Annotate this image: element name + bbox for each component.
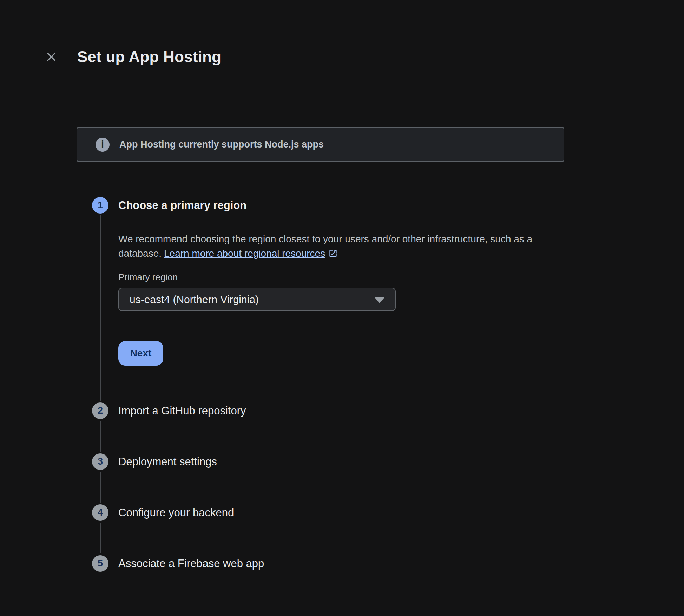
step-connector	[100, 472, 101, 503]
step-2-label: Import a GitHub repository	[118, 402, 684, 419]
step-4-rail: 4	[92, 504, 108, 555]
step-2-circle: 2	[92, 402, 108, 419]
dialog-header: Set up App Hosting	[0, 0, 684, 67]
step-1-circle: 1	[92, 197, 108, 214]
step-4-circle: 4	[92, 504, 108, 521]
step-connector	[100, 215, 101, 401]
step-1-label: Choose a primary region	[118, 197, 684, 214]
primary-region-label: Primary region	[118, 272, 684, 282]
step-3-deployment-settings: 3 Deployment settings	[92, 453, 684, 504]
step-5-rail: 5	[92, 555, 108, 572]
step-3-rail: 3	[92, 453, 108, 504]
page-title: Set up App Hosting	[77, 46, 221, 67]
step-4-label: Configure your backend	[118, 504, 684, 521]
info-icon	[96, 138, 110, 152]
step-3-circle: 3	[92, 453, 108, 470]
step-4-number: 4	[98, 507, 103, 518]
step-2-rail: 2	[92, 402, 108, 453]
step-connector	[100, 523, 101, 553]
step-1-number: 1	[98, 200, 103, 211]
step-5-label: Associate a Firebase web app	[118, 555, 684, 572]
chevron-down-icon	[375, 297, 384, 303]
primary-region-select[interactable]: us-east4 (Northern Virginia)	[118, 288, 396, 311]
step-5-circle: 5	[92, 555, 108, 572]
info-banner: App Hosting currently supports Node.js a…	[77, 127, 564, 162]
step-1-description: We recommend choosing the region closest…	[118, 232, 548, 262]
step-3-label: Deployment settings	[118, 453, 684, 470]
next-button[interactable]: Next	[118, 341, 163, 366]
step-connector	[100, 421, 101, 452]
step-4-configure-backend: 4 Configure your backend	[92, 504, 684, 555]
step-3-number: 3	[98, 456, 103, 467]
close-icon	[45, 50, 58, 64]
step-1-rail: 1	[92, 197, 108, 402]
step-5-associate-web-app: 5 Associate a Firebase web app	[92, 555, 684, 572]
step-1-choose-region: 1 Choose a primary region We recommend c…	[92, 197, 684, 402]
step-5-number: 5	[98, 558, 103, 569]
step-2-import-repo: 2 Import a GitHub repository	[92, 402, 684, 453]
external-link-icon	[328, 249, 338, 260]
setup-stepper: 1 Choose a primary region We recommend c…	[0, 197, 684, 572]
learn-more-link[interactable]: Learn more about regional resources	[164, 248, 325, 259]
step-2-number: 2	[98, 405, 103, 416]
close-button[interactable]	[43, 48, 60, 65]
primary-region-selected-value: us-east4 (Northern Virginia)	[130, 294, 259, 306]
info-banner-text: App Hosting currently supports Node.js a…	[119, 139, 324, 150]
